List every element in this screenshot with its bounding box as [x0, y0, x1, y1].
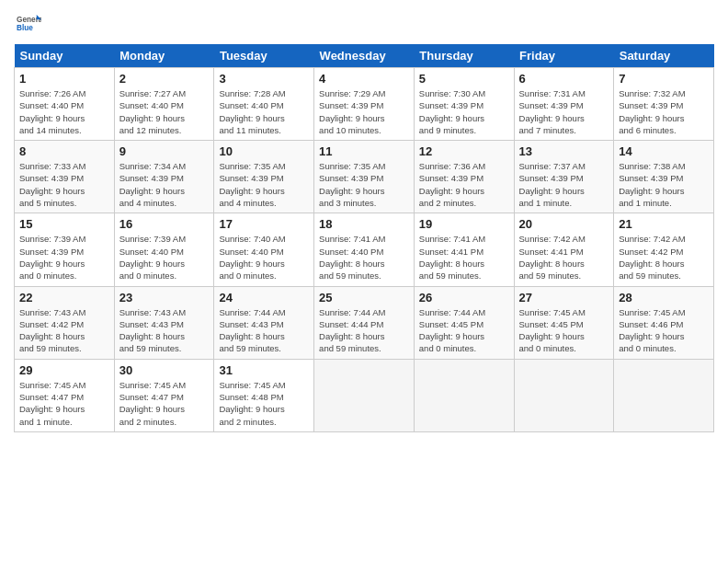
day-info: Sunrise: 7:43 AM Sunset: 4:42 PM Dayligh…	[19, 306, 109, 355]
day-number: 5	[419, 72, 509, 86]
day-info: Sunrise: 7:42 AM Sunset: 4:42 PM Dayligh…	[619, 233, 709, 282]
day-number: 20	[519, 217, 609, 231]
day-info: Sunrise: 7:39 AM Sunset: 4:40 PM Dayligh…	[119, 233, 210, 282]
day-number: 28	[619, 291, 709, 304]
calendar-cell: 13Sunrise: 7:37 AM Sunset: 4:39 PM Dayli…	[514, 141, 614, 213]
calendar-cell: 17Sunrise: 7:40 AM Sunset: 4:40 PM Dayli…	[214, 213, 314, 286]
day-info: Sunrise: 7:45 AM Sunset: 4:47 PM Dayligh…	[19, 379, 109, 428]
day-number: 9	[119, 144, 210, 158]
calendar-week-5: 29Sunrise: 7:45 AM Sunset: 4:47 PM Dayli…	[15, 359, 714, 431]
calendar-cell: 24Sunrise: 7:44 AM Sunset: 4:43 PM Dayli…	[214, 286, 314, 359]
calendar-cell: 21Sunrise: 7:42 AM Sunset: 4:42 PM Dayli…	[614, 213, 714, 286]
day-number: 10	[219, 144, 309, 158]
day-number: 7	[619, 72, 709, 86]
day-info: Sunrise: 7:45 AM Sunset: 4:45 PM Dayligh…	[519, 306, 609, 355]
day-number: 24	[219, 291, 309, 304]
calendar-cell: 23Sunrise: 7:43 AM Sunset: 4:43 PM Dayli…	[114, 286, 214, 359]
day-number: 23	[119, 291, 210, 304]
day-info: Sunrise: 7:34 AM Sunset: 4:39 PM Dayligh…	[119, 160, 210, 209]
calendar-cell: 29Sunrise: 7:45 AM Sunset: 4:47 PM Dayli…	[15, 359, 115, 431]
calendar-cell: 7Sunrise: 7:32 AM Sunset: 4:39 PM Daylig…	[614, 68, 714, 141]
calendar-cell: 6Sunrise: 7:31 AM Sunset: 4:39 PM Daylig…	[514, 68, 614, 141]
logo: General Blue	[14, 9, 45, 37]
day-info: Sunrise: 7:33 AM Sunset: 4:39 PM Dayligh…	[19, 160, 109, 209]
day-number: 31	[219, 363, 309, 377]
day-info: Sunrise: 7:42 AM Sunset: 4:41 PM Dayligh…	[519, 233, 609, 282]
day-number: 25	[319, 291, 409, 304]
calendar-cell: 26Sunrise: 7:44 AM Sunset: 4:45 PM Dayli…	[414, 286, 514, 359]
day-number: 8	[19, 144, 109, 158]
col-monday: Monday	[114, 44, 214, 68]
calendar-cell: 2Sunrise: 7:27 AM Sunset: 4:40 PM Daylig…	[114, 68, 214, 141]
day-number: 29	[19, 363, 109, 377]
day-number: 19	[419, 217, 509, 231]
day-info: Sunrise: 7:29 AM Sunset: 4:39 PM Dayligh…	[319, 87, 409, 136]
day-number: 3	[219, 72, 309, 86]
col-friday: Friday	[514, 44, 614, 68]
calendar-cell: 12Sunrise: 7:36 AM Sunset: 4:39 PM Dayli…	[414, 141, 514, 213]
day-number: 18	[319, 217, 409, 231]
calendar-week-3: 15Sunrise: 7:39 AM Sunset: 4:39 PM Dayli…	[15, 213, 714, 286]
calendar-cell: 31Sunrise: 7:45 AM Sunset: 4:48 PM Dayli…	[214, 359, 314, 431]
calendar-cell: 28Sunrise: 7:45 AM Sunset: 4:46 PM Dayli…	[614, 286, 714, 359]
day-info: Sunrise: 7:44 AM Sunset: 4:45 PM Dayligh…	[419, 306, 509, 355]
calendar-cell: 1Sunrise: 7:26 AM Sunset: 4:40 PM Daylig…	[15, 68, 115, 141]
day-number: 1	[19, 72, 109, 86]
calendar-week-4: 22Sunrise: 7:43 AM Sunset: 4:42 PM Dayli…	[15, 286, 714, 359]
day-info: Sunrise: 7:44 AM Sunset: 4:43 PM Dayligh…	[219, 306, 309, 355]
calendar-cell: 18Sunrise: 7:41 AM Sunset: 4:40 PM Dayli…	[314, 213, 415, 286]
calendar-cell: 22Sunrise: 7:43 AM Sunset: 4:42 PM Dayli…	[15, 286, 115, 359]
day-info: Sunrise: 7:41 AM Sunset: 4:41 PM Dayligh…	[419, 233, 509, 282]
day-number: 2	[119, 72, 210, 86]
day-info: Sunrise: 7:35 AM Sunset: 4:39 PM Dayligh…	[319, 160, 409, 209]
calendar-week-2: 8Sunrise: 7:33 AM Sunset: 4:39 PM Daylig…	[15, 141, 714, 213]
day-info: Sunrise: 7:39 AM Sunset: 4:39 PM Dayligh…	[19, 233, 109, 282]
calendar-cell: 10Sunrise: 7:35 AM Sunset: 4:39 PM Dayli…	[214, 141, 314, 213]
day-number: 22	[19, 291, 109, 304]
calendar-cell	[314, 359, 415, 431]
day-info: Sunrise: 7:32 AM Sunset: 4:39 PM Dayligh…	[619, 87, 709, 136]
day-info: Sunrise: 7:44 AM Sunset: 4:44 PM Dayligh…	[319, 306, 409, 355]
calendar-cell: 19Sunrise: 7:41 AM Sunset: 4:41 PM Dayli…	[414, 213, 514, 286]
header-row: Sunday Monday Tuesday Wednesday Thursday…	[15, 44, 714, 68]
calendar-cell	[514, 359, 614, 431]
day-number: 15	[19, 217, 109, 231]
main-container: General Blue Sunday Monday Tuesday Wedne…	[0, 0, 728, 442]
calendar-cell	[414, 359, 514, 431]
day-info: Sunrise: 7:45 AM Sunset: 4:46 PM Dayligh…	[619, 306, 709, 355]
day-info: Sunrise: 7:43 AM Sunset: 4:43 PM Dayligh…	[119, 306, 210, 355]
day-info: Sunrise: 7:35 AM Sunset: 4:39 PM Dayligh…	[219, 160, 309, 209]
calendar-cell: 30Sunrise: 7:45 AM Sunset: 4:47 PM Dayli…	[114, 359, 214, 431]
calendar-cell: 3Sunrise: 7:28 AM Sunset: 4:40 PM Daylig…	[214, 68, 314, 141]
day-number: 27	[519, 291, 609, 304]
day-info: Sunrise: 7:31 AM Sunset: 4:39 PM Dayligh…	[519, 87, 609, 136]
day-number: 11	[319, 144, 409, 158]
col-tuesday: Tuesday	[214, 44, 314, 68]
day-info: Sunrise: 7:28 AM Sunset: 4:40 PM Dayligh…	[219, 87, 309, 136]
day-number: 30	[119, 363, 210, 377]
day-info: Sunrise: 7:37 AM Sunset: 4:39 PM Dayligh…	[519, 160, 609, 209]
day-info: Sunrise: 7:45 AM Sunset: 4:48 PM Dayligh…	[219, 379, 309, 428]
day-number: 4	[319, 72, 409, 86]
day-number: 6	[519, 72, 609, 86]
calendar-cell: 14Sunrise: 7:38 AM Sunset: 4:39 PM Dayli…	[614, 141, 714, 213]
header: General Blue	[14, 9, 714, 37]
calendar-cell: 20Sunrise: 7:42 AM Sunset: 4:41 PM Dayli…	[514, 213, 614, 286]
day-info: Sunrise: 7:45 AM Sunset: 4:47 PM Dayligh…	[119, 379, 210, 428]
calendar-cell: 8Sunrise: 7:33 AM Sunset: 4:39 PM Daylig…	[15, 141, 115, 213]
day-info: Sunrise: 7:38 AM Sunset: 4:39 PM Dayligh…	[619, 160, 709, 209]
svg-text:Blue: Blue	[17, 24, 33, 32]
day-info: Sunrise: 7:41 AM Sunset: 4:40 PM Dayligh…	[319, 233, 409, 282]
calendar-table: Sunday Monday Tuesday Wednesday Thursday…	[14, 44, 714, 432]
day-number: 13	[519, 144, 609, 158]
calendar-cell: 27Sunrise: 7:45 AM Sunset: 4:45 PM Dayli…	[514, 286, 614, 359]
col-wednesday: Wednesday	[314, 44, 415, 68]
calendar-cell: 16Sunrise: 7:39 AM Sunset: 4:40 PM Dayli…	[114, 213, 214, 286]
day-number: 21	[619, 217, 709, 231]
day-number: 16	[119, 217, 210, 231]
col-sunday: Sunday	[15, 44, 115, 68]
day-number: 17	[219, 217, 309, 231]
calendar-cell: 4Sunrise: 7:29 AM Sunset: 4:39 PM Daylig…	[314, 68, 415, 141]
day-info: Sunrise: 7:26 AM Sunset: 4:40 PM Dayligh…	[19, 87, 109, 136]
day-number: 12	[419, 144, 509, 158]
